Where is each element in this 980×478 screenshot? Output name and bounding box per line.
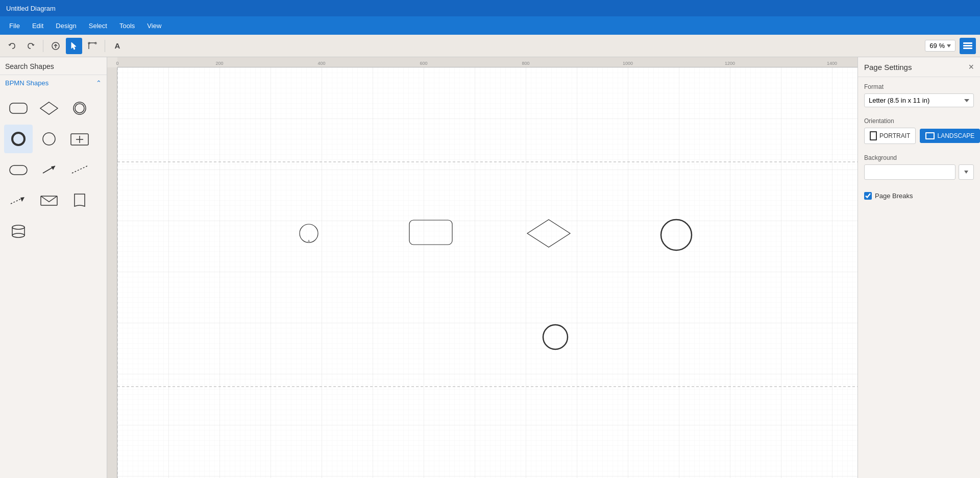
ruler-tick-800: 800 [522, 61, 529, 67]
shape-double-circle[interactable] [65, 94, 94, 123]
hand-tool-button[interactable] [47, 38, 64, 54]
svg-point-12 [43, 133, 55, 145]
section-collapse-icon: ⌃ [96, 79, 102, 87]
shape-dotted-arrow[interactable] [4, 186, 33, 214]
menu-file[interactable]: File [4, 20, 25, 32]
menubar: File Edit Design Select Tools View [0, 16, 980, 35]
ruler-tick-200: 200 [215, 61, 223, 67]
portrait-button[interactable]: PORTRAIT [864, 128, 916, 144]
svg-point-23 [12, 225, 24, 229]
canvas-shape-large-circle[interactable] [659, 218, 693, 252]
zoom-control[interactable]: 69 % [925, 40, 955, 52]
format-panel-icon [963, 42, 973, 50]
shape-document[interactable] [65, 186, 94, 214]
toolbar: A 69 % [0, 35, 980, 57]
format-label: Format [864, 83, 974, 90]
page-breaks-checkbox[interactable] [864, 192, 872, 200]
menu-design[interactable]: Design [51, 20, 81, 32]
canvas-grid [117, 67, 857, 478]
toolbar-right: 69 % [925, 38, 976, 54]
svg-point-26 [12, 233, 24, 237]
ruler-tick-400: 400 [317, 61, 325, 67]
background-label: Background [864, 154, 974, 161]
svg-point-11 [12, 133, 24, 145]
svg-rect-6 [963, 47, 972, 49]
portrait-label: PORTRAIT [879, 132, 910, 139]
svg-marker-1 [71, 42, 76, 50]
format-panel-button[interactable] [960, 38, 976, 54]
svg-marker-34 [527, 220, 570, 247]
ruler-top: 0 200 400 600 800 1000 1200 1400 [117, 57, 857, 67]
svg-rect-4 [963, 42, 972, 44]
zoom-value: 69 % [929, 42, 945, 50]
svg-line-19 [72, 166, 87, 173]
svg-rect-16 [10, 165, 27, 175]
background-color-input[interactable] [864, 164, 955, 180]
shape-diagonal-arrow[interactable] [35, 155, 63, 184]
shape-cylinder[interactable] [4, 217, 33, 245]
shape-rect-plus[interactable] [65, 125, 94, 153]
panel-format-section: Format Letter (8.5 in x 11 in) A4 (8.27 … [858, 77, 980, 111]
svg-rect-5 [963, 45, 972, 46]
background-dropdown[interactable] [959, 164, 974, 180]
menu-edit[interactable]: Edit [27, 20, 48, 32]
ruler-tick-1200: 1200 [725, 61, 735, 67]
svg-point-10 [75, 104, 84, 113]
panel-title: Page Settings [864, 63, 912, 71]
shape-thin-circle[interactable] [35, 125, 63, 153]
panel-background-section: Background [858, 148, 980, 184]
canvas[interactable] [117, 67, 857, 478]
page-breaks-row: Page Breaks [864, 190, 974, 202]
menu-view[interactable]: View [142, 20, 166, 32]
background-row [864, 164, 974, 180]
panel-orientation-section: Orientation PORTRAIT LANDSCAPE [858, 111, 980, 148]
canvas-shape-diamond[interactable] [526, 218, 572, 249]
format-select[interactable]: Letter (8.5 in x 11 in) A4 (8.27 in x 11… [864, 93, 974, 107]
shape-rounded-rect[interactable] [4, 94, 33, 123]
svg-point-35 [661, 220, 692, 250]
svg-rect-33 [409, 220, 452, 245]
canvas-shape-small-circle[interactable] [299, 223, 319, 244]
undo-button[interactable] [4, 38, 20, 54]
ruler-tick-1400: 1400 [827, 61, 837, 67]
shapes-grid [0, 91, 107, 248]
shapes-section-label: BPMN Shapes [5, 79, 48, 87]
shapes-section-header[interactable]: BPMN Shapes ⌃ [0, 75, 107, 91]
select-tool-button[interactable] [66, 38, 82, 54]
sidebar: Search Shapes BPMN Shapes ⌃ [0, 57, 107, 478]
dropdown-chevron [964, 171, 968, 174]
waypoint-button[interactable] [84, 38, 101, 54]
panel-close-button[interactable]: × [968, 62, 974, 71]
panel-pagebreaks-section: Page Breaks [858, 184, 980, 206]
ruler-tick-1000: 1000 [623, 61, 633, 67]
shape-rounded-rect-2[interactable] [4, 155, 33, 184]
landscape-button[interactable]: LANDSCAPE [920, 129, 980, 143]
shape-dotted-line[interactable] [65, 155, 94, 184]
page-breaks-label: Page Breaks [875, 192, 913, 200]
titlebar: Untitled Diagram [0, 0, 980, 16]
canvas-shape-rounded-rect[interactable] [408, 219, 454, 247]
redo-button[interactable] [22, 38, 39, 54]
ruler-left [107, 67, 117, 478]
separator-1 [43, 40, 43, 52]
app-title: Untitled Diagram [6, 5, 56, 12]
canvas-container[interactable]: 0 200 400 600 800 1000 1200 1400 [107, 57, 857, 478]
svg-marker-21 [20, 197, 24, 202]
main-layout: Search Shapes BPMN Shapes ⌃ [0, 57, 980, 478]
shape-thick-circle[interactable] [4, 125, 33, 153]
text-tool-button[interactable]: A [109, 38, 126, 54]
canvas-shape-medium-circle[interactable] [541, 323, 570, 351]
menu-tools[interactable]: Tools [114, 20, 140, 32]
right-panel: Page Settings × Format Letter (8.5 in x … [857, 57, 980, 478]
portrait-icon [870, 131, 877, 140]
svg-point-36 [543, 325, 568, 349]
menu-select[interactable]: Select [84, 20, 112, 32]
svg-rect-28 [117, 67, 857, 478]
shape-envelope[interactable] [35, 186, 63, 214]
panel-header: Page Settings × [858, 57, 980, 77]
shape-diamond[interactable] [35, 94, 63, 123]
landscape-icon [925, 132, 935, 139]
search-shapes-label[interactable]: Search Shapes [0, 57, 107, 75]
ruler-tick-600: 600 [420, 61, 427, 67]
orientation-row: PORTRAIT LANDSCAPE [864, 128, 974, 144]
